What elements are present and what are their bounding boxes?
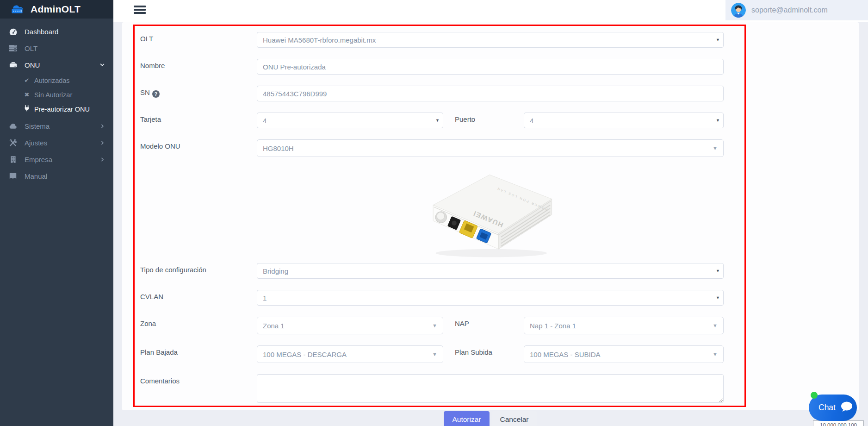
plan-bajada-label: Plan Bajada bbox=[140, 345, 257, 356]
sidebar-item-label: Pre-autorizar ONU bbox=[34, 106, 90, 113]
chevron-down-icon bbox=[99, 62, 105, 68]
sidebar-menu: Dashboard OLT ONU ✔ Autorizadas ✖ Sin Au… bbox=[0, 19, 113, 184]
form-row-cvlan: CVLAN 1 ▼ bbox=[140, 290, 724, 306]
form-row-modelo: Modelo ONU HG8010H ▼ bbox=[140, 139, 724, 157]
server-icon bbox=[8, 44, 18, 52]
question-circle-icon[interactable]: ? bbox=[152, 90, 160, 98]
sidebar-item-label: Autorizadas bbox=[34, 77, 70, 84]
nombre-input[interactable] bbox=[257, 59, 724, 75]
pre-authorize-form-highlight: OLT Huawei MA5680T-rbforo.megabit.mx ▼ N… bbox=[133, 25, 746, 407]
caret-down-icon: ▼ bbox=[432, 323, 437, 328]
olt-label: OLT bbox=[140, 32, 257, 43]
ip-tooltip: 10.000.000.100 bbox=[813, 420, 864, 426]
plan-bajada-select[interactable]: 100 MEGAS - DESCARGA ▼ bbox=[257, 345, 443, 363]
sidebar-item-label: Dashboard bbox=[25, 28, 58, 36]
caret-down-icon: ▼ bbox=[713, 145, 718, 151]
nap-label: NAP bbox=[443, 317, 524, 327]
sidebar-item-sistema[interactable]: Sistema bbox=[0, 118, 113, 134]
form-row-zona-nap: Zona Zona 1 ▼ NAP Nap 1 - Zona 1 ▼ bbox=[140, 317, 724, 334]
tipo-label: Tipo de configuración bbox=[140, 263, 257, 274]
content-card: OLT Huawei MA5680T-rbforo.megabit.mx ▼ N… bbox=[122, 22, 859, 410]
sidebar-item-manual[interactable]: Manual bbox=[0, 168, 113, 184]
sidebar-item-onu[interactable]: ONU bbox=[0, 56, 113, 73]
logo-text: AdminOLT bbox=[31, 4, 81, 15]
sidebar-item-label: Sistema bbox=[25, 122, 50, 130]
chat-bubble-icon bbox=[840, 401, 854, 415]
user-menu[interactable]: soporte@adminolt.com bbox=[725, 0, 868, 20]
puerto-select[interactable]: 4 ▼ bbox=[524, 113, 724, 128]
sidebar: AdminOLT Dashboard OLT ONU ✔ Auto bbox=[0, 0, 113, 426]
comentarios-textarea[interactable] bbox=[257, 374, 724, 403]
sidebar-logo[interactable]: AdminOLT bbox=[0, 0, 113, 19]
sidebar-item-label: OLT bbox=[25, 44, 37, 52]
sidebar-item-dashboard[interactable]: Dashboard bbox=[0, 23, 113, 40]
plan-subida-label: Plan Subida bbox=[443, 345, 524, 356]
form-row-planes: Plan Bajada 100 MEGAS - DESCARGA ▼ Plan … bbox=[140, 345, 724, 363]
sidebar-item-sin-autorizar[interactable]: ✖ Sin Autorizar bbox=[0, 88, 113, 102]
tools-icon bbox=[8, 138, 18, 147]
form-row-sn: SN? bbox=[140, 86, 724, 101]
puerto-label: Puerto bbox=[443, 113, 524, 123]
modelo-select[interactable]: HG8010H ▼ bbox=[257, 139, 724, 157]
form-row-comentarios: Comentarios bbox=[140, 374, 724, 405]
nombre-label: Nombre bbox=[140, 59, 257, 69]
sidebar-item-label: Empresa bbox=[25, 156, 52, 163]
caret-down-icon: ▼ bbox=[713, 351, 718, 357]
cancel-button[interactable]: Cancelar bbox=[492, 411, 537, 426]
chevron-right-icon bbox=[100, 124, 105, 129]
topbar: soporte@adminolt.com bbox=[113, 0, 868, 22]
sidebar-item-label: Sin Autorizar bbox=[34, 91, 72, 99]
caret-down-icon: ▼ bbox=[716, 269, 720, 273]
device-icon bbox=[8, 61, 18, 69]
avatar bbox=[731, 3, 746, 18]
cvlan-select[interactable]: 1 ▼ bbox=[257, 290, 724, 306]
form-row-tarjeta-puerto: Tarjeta 4 ▼ Puerto 4 ▼ bbox=[140, 113, 724, 128]
form-row-product-image: HUAWEI POWER PON LOS LAN bbox=[140, 163, 724, 260]
sidebar-item-empresa[interactable]: Empresa bbox=[0, 151, 113, 168]
plug-icon bbox=[23, 105, 31, 113]
x-icon: ✖ bbox=[23, 91, 31, 98]
olt-select[interactable]: Huawei MA5680T-rbforo.megabit.mx ▼ bbox=[257, 32, 724, 48]
form-row-tipo: Tipo de configuración Bridging ▼ bbox=[140, 263, 724, 279]
building-icon bbox=[8, 156, 18, 163]
caret-down-icon: ▼ bbox=[432, 351, 437, 357]
hamburger-menu-icon[interactable] bbox=[134, 6, 146, 16]
zona-label: Zona bbox=[140, 317, 257, 327]
tachometer-icon bbox=[8, 27, 18, 36]
sn-label: SN bbox=[140, 88, 150, 96]
nap-select[interactable]: Nap 1 - Zona 1 ▼ bbox=[524, 317, 724, 334]
book-icon bbox=[8, 172, 18, 180]
cloud-icon bbox=[8, 122, 18, 131]
sn-input[interactable] bbox=[257, 86, 724, 101]
cvlan-label: CVLAN bbox=[140, 290, 257, 301]
tarjeta-select[interactable]: 4 ▼ bbox=[257, 113, 443, 128]
user-email: soporte@adminolt.com bbox=[751, 6, 828, 14]
form-actions: Autorizar Cancelar bbox=[122, 411, 859, 426]
chevron-right-icon bbox=[100, 157, 105, 162]
onu-product-image: HUAWEI POWER PON LOS LAN bbox=[419, 163, 562, 260]
tipo-configuracion-select[interactable]: Bridging ▼ bbox=[257, 263, 724, 279]
chat-label: Chat bbox=[818, 403, 836, 413]
online-status-dot bbox=[811, 392, 818, 399]
sidebar-item-ajustes[interactable]: Ajustes bbox=[0, 134, 113, 151]
modelo-label: Modelo ONU bbox=[140, 139, 257, 150]
sidebar-item-pre-autorizar-onu[interactable]: Pre-autorizar ONU bbox=[0, 102, 113, 116]
sidebar-item-label: Manual bbox=[25, 172, 47, 180]
zona-select[interactable]: Zona 1 ▼ bbox=[257, 317, 443, 334]
sidebar-item-label: Ajustes bbox=[25, 139, 47, 147]
logo-cloud-icon bbox=[8, 2, 26, 16]
sidebar-item-olt[interactable]: OLT bbox=[0, 40, 113, 56]
chevron-right-icon bbox=[100, 140, 105, 145]
authorize-button[interactable]: Autorizar bbox=[444, 411, 489, 426]
comentarios-label: Comentarios bbox=[140, 374, 257, 385]
plan-subida-select[interactable]: 100 MEGAS - SUBIDA ▼ bbox=[524, 345, 724, 363]
caret-down-icon: ▼ bbox=[713, 323, 718, 328]
sidebar-item-autorizadas[interactable]: ✔ Autorizadas bbox=[0, 73, 113, 88]
caret-down-icon: ▼ bbox=[716, 118, 720, 123]
sidebar-item-label: ONU bbox=[25, 61, 40, 69]
chat-widget-button[interactable]: Chat bbox=[809, 395, 857, 421]
caret-down-icon: ▼ bbox=[716, 38, 720, 42]
form-row-nombre: Nombre bbox=[140, 59, 724, 75]
form-row-olt: OLT Huawei MA5680T-rbforo.megabit.mx ▼ bbox=[140, 32, 724, 48]
caret-down-icon: ▼ bbox=[435, 118, 440, 123]
